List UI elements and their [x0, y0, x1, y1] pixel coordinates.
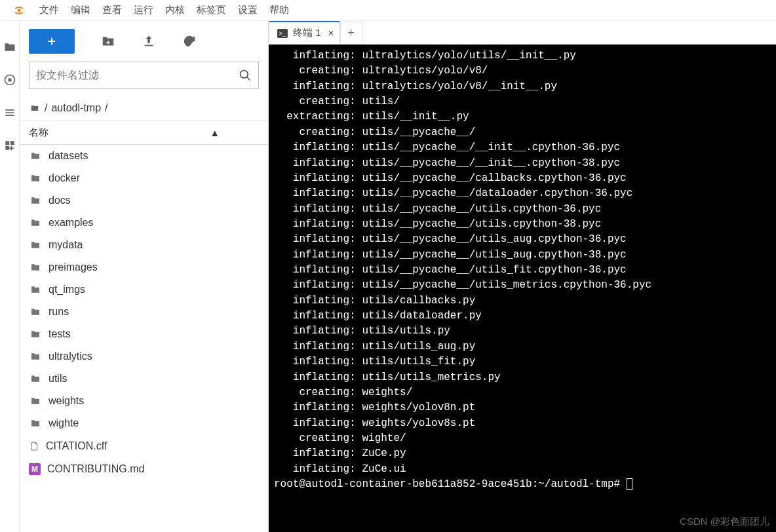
list-item[interactable]: CITATION.cff: [20, 434, 268, 458]
file-name: mydata: [48, 239, 83, 251]
list-item[interactable]: MCONTRIBUTING.md: [20, 458, 268, 480]
file-name: preimages: [48, 261, 98, 273]
filter-box[interactable]: [29, 62, 259, 89]
breadcrumb[interactable]: / autodl-tmp /: [20, 97, 268, 121]
list-item[interactable]: runs: [20, 301, 268, 323]
list-item[interactable]: weights: [20, 390, 268, 412]
folder-icon: [29, 151, 42, 161]
list-item[interactable]: examples: [20, 212, 268, 234]
file-name: weights: [48, 395, 84, 407]
list-item[interactable]: ultralytics: [20, 345, 268, 368]
folder-icon: [29, 418, 42, 428]
breadcrumb-root[interactable]: /: [45, 102, 47, 114]
file-name: wighte: [48, 417, 79, 429]
menu-settings[interactable]: 设置: [238, 4, 258, 16]
filter-input[interactable]: [36, 69, 239, 81]
extension-icon[interactable]: [3, 139, 16, 152]
close-icon[interactable]: ×: [328, 28, 334, 39]
file-name: examples: [48, 217, 93, 229]
menu-view[interactable]: 查看: [102, 4, 122, 16]
folder-icon: [29, 396, 42, 406]
folder-icon: [29, 173, 42, 183]
folder-icon: [29, 218, 42, 228]
folder-icon: [29, 284, 42, 295]
svg-point-0: [18, 9, 21, 12]
file-name: runs: [48, 306, 69, 318]
breadcrumb-path[interactable]: autodl-tmp: [51, 102, 101, 114]
tab-label: 终端 1: [293, 27, 321, 39]
refresh-icon[interactable]: [182, 34, 197, 48]
folder-icon: [29, 351, 42, 362]
list-icon[interactable]: [3, 106, 16, 119]
sort-caret-icon: ▲: [210, 127, 220, 138]
jupyter-logo: [13, 5, 25, 16]
terminal-cursor: [627, 478, 632, 490]
file-name: CITATION.cff: [46, 440, 107, 452]
breadcrumb-tail: /: [105, 102, 107, 114]
folder-icon: [29, 329, 42, 339]
folder-icon: [29, 104, 41, 113]
list-item[interactable]: docker: [20, 167, 268, 189]
header-name: 名称: [29, 126, 48, 139]
list-item[interactable]: preimages: [20, 256, 268, 278]
menu-tabs[interactable]: 标签页: [197, 4, 226, 16]
terminal-output[interactable]: inflating: ultralytics/yolo/utils/__init…: [269, 45, 776, 532]
file-list[interactable]: datasetsdockerdocsexamplesmydatapreimage…: [20, 145, 268, 532]
markdown-icon: M: [29, 463, 41, 475]
menu-help[interactable]: 帮助: [269, 4, 289, 16]
file-name: ultralytics: [48, 351, 92, 362]
list-item[interactable]: wighte: [20, 412, 268, 434]
svg-point-3: [241, 71, 248, 79]
folder-icon: [29, 195, 42, 206]
list-item[interactable]: utils: [20, 368, 268, 390]
folder-icon[interactable]: [3, 41, 16, 54]
new-folder-icon[interactable]: [101, 34, 115, 48]
add-tab-button[interactable]: +: [340, 22, 362, 44]
list-item[interactable]: datasets: [20, 145, 268, 167]
list-item[interactable]: mydata: [20, 234, 268, 256]
file-name: tests: [48, 328, 71, 340]
terminal-icon: >_: [277, 29, 288, 38]
file-icon: [29, 440, 39, 453]
list-item[interactable]: qt_imgs: [20, 278, 268, 301]
svg-rect-2: [8, 79, 11, 82]
upload-icon[interactable]: [142, 34, 156, 48]
new-button[interactable]: [29, 29, 75, 54]
menu-run[interactable]: 运行: [134, 4, 153, 16]
list-item[interactable]: docs: [20, 189, 268, 212]
folder-icon: [29, 262, 42, 273]
activity-bar: [0, 21, 20, 532]
file-name: CONTRIBUTING.md: [47, 463, 144, 475]
file-name: datasets: [48, 150, 88, 162]
file-name: docker: [48, 172, 80, 184]
list-item[interactable]: tests: [20, 323, 268, 345]
menu-file[interactable]: 文件: [39, 4, 59, 16]
tab-terminal[interactable]: >_ 终端 1 ×: [269, 21, 340, 44]
folder-icon: [29, 373, 42, 384]
file-name: qt_imgs: [48, 284, 85, 295]
tab-bar: >_ 终端 1 × +: [269, 21, 776, 45]
menu-edit[interactable]: 编辑: [71, 4, 90, 16]
file-name: docs: [48, 195, 71, 206]
file-toolbar: [20, 21, 268, 62]
file-browser: / autodl-tmp / 名称 ▲ datasetsdockerdocsex…: [20, 21, 269, 532]
menu-bar: 文件 编辑 查看 运行 内核 标签页 设置 帮助: [0, 0, 776, 21]
folder-icon: [29, 240, 42, 250]
running-icon[interactable]: [3, 73, 16, 86]
menu-kernel[interactable]: 内核: [165, 4, 185, 16]
search-icon: [239, 69, 252, 82]
file-list-header[interactable]: 名称 ▲: [20, 121, 268, 145]
file-name: utils: [48, 373, 67, 385]
folder-icon: [29, 307, 42, 317]
